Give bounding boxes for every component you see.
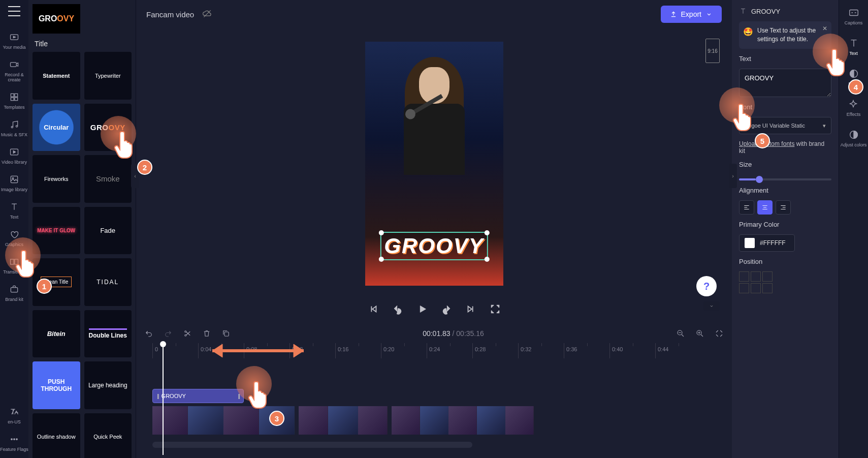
preset-smoke[interactable]: Smoke [84, 155, 132, 203]
color-label: Primary Color [739, 221, 831, 228]
emoji-icon: 🤩 [743, 26, 753, 38]
music-sfx-tab[interactable]: Music & SFX [1, 119, 27, 137]
pos-mc[interactable] [751, 283, 761, 293]
svg-rect-5 [15, 98, 18, 101]
zoom-in-button[interactable] [695, 329, 704, 338]
video-track[interactable] [152, 406, 724, 435]
preset-large-heading[interactable]: Large heading [84, 361, 132, 409]
pointer-hand-icon [247, 379, 272, 410]
featured-preset[interactable]: GROOVY [33, 4, 80, 34]
svg-rect-1 [11, 63, 17, 67]
text-tab[interactable]: Text [9, 201, 20, 220]
align-left-button[interactable] [739, 200, 754, 215]
language-tab[interactable]: en-US [8, 406, 21, 424]
record-create-tab[interactable]: Record & create [0, 59, 28, 82]
preset-double-lines[interactable]: Double Lines [84, 310, 132, 358]
resize-handle[interactable] [378, 257, 383, 262]
zoom-fit-button[interactable] [715, 329, 724, 338]
pos-tr[interactable] [762, 271, 773, 282]
redo-button[interactable] [164, 329, 173, 338]
preset-circular[interactable]: Circular [33, 104, 80, 151]
preset-make-it-glow[interactable]: MAKE IT GLOW [33, 207, 80, 255]
preview-canvas[interactable]: GROOVY [365, 42, 503, 286]
image-icon [9, 174, 20, 185]
alignment-buttons [739, 200, 831, 215]
adjust-colors-tab[interactable]: Adjust colors [841, 129, 867, 147]
pos-ml[interactable] [739, 283, 749, 293]
preset-outline-shadow[interactable]: Outline shadow [33, 413, 80, 459]
text-clip[interactable]: ||| GROOVY ||| [152, 389, 244, 403]
annotation-badge-4: 4 [848, 79, 863, 95]
skip-end-button[interactable] [464, 302, 477, 316]
expand-down-button[interactable] [703, 301, 720, 311]
svg-point-6 [11, 126, 13, 128]
video-library-tab[interactable]: Video library [2, 146, 27, 165]
align-center-button[interactable] [757, 200, 773, 215]
timeline-scrollbar[interactable] [152, 442, 472, 448]
skip-start-button[interactable] [367, 302, 380, 316]
clip-grip-left[interactable]: ||| [157, 393, 158, 399]
collapse-right-button[interactable]: › [729, 164, 737, 188]
your-media-tab[interactable]: Your media [3, 32, 25, 50]
preset-push-through[interactable]: PUSH THROUGH [33, 361, 80, 409]
zoom-out-button[interactable] [676, 329, 685, 338]
project-name[interactable]: Fancam video [146, 10, 194, 19]
text-icon [9, 201, 20, 212]
presets-panel: GROOVY Title Statement Typewriter Circul… [28, 0, 136, 458]
play-button[interactable] [415, 302, 429, 316]
color-swatch [745, 238, 755, 248]
help-button[interactable]: ? [696, 276, 717, 296]
position-label: Position [739, 258, 831, 265]
captions-tab[interactable]: Captions [845, 7, 863, 25]
slider-knob[interactable] [756, 176, 763, 183]
delete-button[interactable] [202, 329, 211, 338]
size-slider[interactable] [739, 178, 831, 180]
pos-tc[interactable] [751, 271, 761, 282]
text-overlay-selected[interactable]: GROOVY [380, 232, 488, 260]
overlay-text: GROOVY [384, 234, 484, 258]
label: Your media [3, 45, 25, 50]
preset-bitein[interactable]: Bitein [33, 310, 80, 358]
preset-fireworks[interactable]: Fireworks [33, 155, 80, 203]
label: Record & create [0, 72, 28, 82]
text-input[interactable]: GROOVY [739, 69, 831, 97]
menu-icon[interactable] [8, 6, 20, 16]
fullscreen-button[interactable] [489, 302, 502, 316]
color-picker[interactable]: #FFFFFF [739, 234, 795, 252]
svg-point-16 [16, 439, 18, 440]
undo-button[interactable] [144, 329, 153, 338]
svg-rect-3 [15, 94, 18, 97]
video-clip[interactable] [299, 406, 388, 435]
resize-handle[interactable] [485, 257, 490, 262]
cloud-sync-icon[interactable] [202, 9, 212, 20]
playhead[interactable] [163, 343, 164, 455]
split-button[interactable] [183, 329, 192, 338]
preset-statement[interactable]: Statement [33, 52, 80, 100]
image-library-tab[interactable]: Image library [1, 174, 27, 192]
music-icon [9, 119, 20, 130]
copy-button[interactable] [221, 329, 231, 338]
preset-tidal[interactable]: TIDAL [84, 258, 132, 306]
preset-quick-peek[interactable]: Quick Peek [84, 413, 132, 459]
feature-flags-tab[interactable]: Feature Flags [0, 434, 28, 452]
brand-kit-tab[interactable]: Brand kit [5, 284, 23, 302]
svg-rect-9 [11, 176, 17, 182]
video-clip[interactable] [392, 406, 534, 435]
forward-button[interactable] [440, 302, 453, 316]
pos-tl[interactable] [739, 271, 749, 282]
rewind-button[interactable] [391, 302, 404, 316]
preset-fade[interactable]: Fade [84, 207, 132, 255]
upload-fonts-link[interactable]: Upload custom fonts with brand kit [739, 140, 831, 155]
resize-handle[interactable] [378, 230, 383, 235]
close-tip-button[interactable]: ✕ [822, 24, 827, 33]
export-button[interactable]: Export [661, 6, 722, 23]
chevron-down-icon [705, 11, 713, 18]
effects-tab[interactable]: Effects [847, 99, 860, 117]
resize-handle[interactable] [485, 230, 490, 235]
pos-mr[interactable] [762, 283, 773, 293]
preset-typewriter[interactable]: Typewriter [84, 52, 132, 100]
aspect-ratio-indicator[interactable]: 9:16 [705, 39, 720, 63]
templates-tab[interactable]: Templates [4, 91, 24, 110]
ruler-tick: 0:24 [427, 343, 472, 358]
align-right-button[interactable] [776, 200, 791, 215]
